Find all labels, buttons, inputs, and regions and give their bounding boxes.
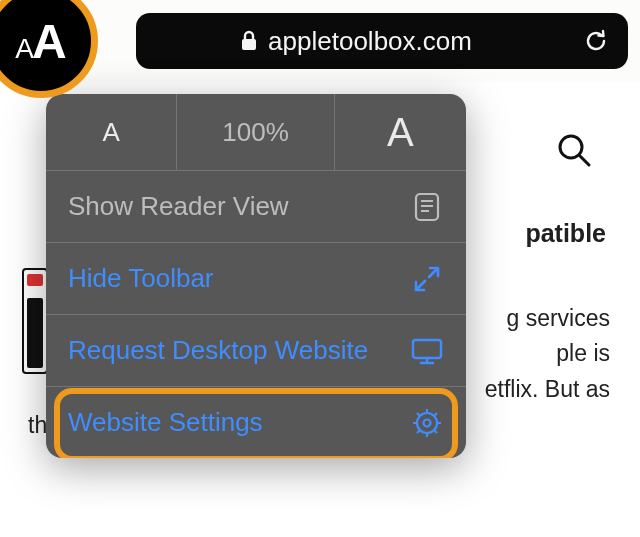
svg-rect-0 xyxy=(242,39,256,50)
address-bar: AA appletoolbox.com xyxy=(0,0,640,82)
svg-point-1 xyxy=(560,136,582,158)
reload-button[interactable] xyxy=(576,27,616,55)
svg-line-2 xyxy=(580,156,589,165)
hide-toolbar-row[interactable]: Hide Toolbar xyxy=(46,242,466,314)
desktop-icon xyxy=(410,337,444,365)
reader-icon xyxy=(410,192,444,222)
request-desktop-row[interactable]: Request Desktop Website xyxy=(46,314,466,386)
page-format-aa-button[interactable]: AA xyxy=(0,0,100,82)
zoom-row: A 100% A xyxy=(46,94,466,170)
search-button[interactable] xyxy=(554,130,594,174)
request-desktop-label: Request Desktop Website xyxy=(68,335,368,366)
svg-line-21 xyxy=(417,430,420,433)
zoom-percent[interactable]: 100% xyxy=(177,94,335,170)
svg-line-19 xyxy=(434,430,437,433)
website-settings-label: Website Settings xyxy=(68,407,263,438)
gear-icon xyxy=(410,408,444,438)
zoom-out-button[interactable]: A xyxy=(46,94,177,170)
show-reader-view-label: Show Reader View xyxy=(68,191,289,222)
svg-line-20 xyxy=(434,413,437,416)
search-icon xyxy=(554,130,594,170)
zoom-percent-text: 100% xyxy=(222,117,289,148)
svg-line-8 xyxy=(417,281,425,289)
aa-icon: AA xyxy=(15,14,66,69)
expand-icon xyxy=(410,265,444,293)
website-settings-row[interactable]: Website Settings xyxy=(46,386,466,458)
url-field[interactable]: appletoolbox.com xyxy=(136,13,628,69)
hide-toolbar-label: Hide Toolbar xyxy=(68,263,214,294)
zoom-in-button[interactable]: A xyxy=(335,94,466,170)
show-reader-view-row[interactable]: Show Reader View xyxy=(46,170,466,242)
svg-point-13 xyxy=(424,419,431,426)
url-display: appletoolbox.com xyxy=(136,26,576,57)
svg-line-18 xyxy=(417,413,420,416)
lock-icon xyxy=(240,30,258,52)
zoom-out-glyph: A xyxy=(102,117,119,148)
zoom-in-glyph: A xyxy=(387,110,414,155)
svg-line-7 xyxy=(429,269,437,277)
svg-rect-9 xyxy=(413,340,441,358)
url-domain-text: appletoolbox.com xyxy=(268,26,472,57)
page-format-popover: A 100% A Show Reader View Hide Toolbar xyxy=(46,94,466,458)
reload-icon xyxy=(582,27,610,55)
